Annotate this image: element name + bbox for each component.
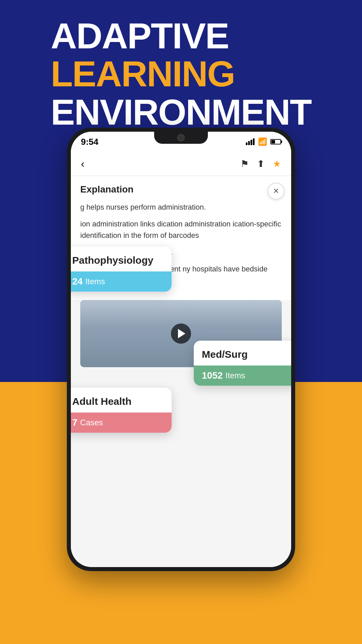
card-medsurg-badge: 1052 Items <box>194 366 291 386</box>
card-medsurg-title: Med/Surg <box>194 341 291 366</box>
card-pathophysiology[interactable]: Pathophysiology 24 Items <box>71 247 172 292</box>
wifi-icon: 📶 <box>258 137 267 146</box>
card-adult-health[interactable]: Adult Health 7 Cases <box>71 388 172 433</box>
star-icon[interactable]: ★ <box>273 158 281 169</box>
card-adult-health-badge: 7 Cases <box>71 413 172 433</box>
pathophysiology-count: 24 <box>72 276 83 287</box>
adult-health-label: Cases <box>80 418 103 427</box>
card-pathophysiology-title: Pathophysiology <box>71 247 172 271</box>
phone-outer: 9:54 📶 ‹ <box>67 128 295 571</box>
explanation-header: Explanation <box>80 184 282 195</box>
page-wrapper: ADAPTIVE LEARNING ENVIRONMENT 9:54 <box>0 0 362 644</box>
hero-line2: LEARNING <box>51 55 311 93</box>
pathophysiology-label: Items <box>85 277 105 286</box>
hero-title: ADAPTIVE LEARNING ENVIRONMENT <box>51 17 311 131</box>
notch-camera <box>177 134 185 141</box>
nav-bar: ‹ ⚑ ⬆ ★ <box>71 152 291 176</box>
content-text-1: g helps nurses perform administration. <box>80 202 282 213</box>
card-adult-health-title: Adult Health <box>71 388 172 413</box>
screen-content: Explanation ✕ g helps nurses perform adm… <box>71 176 291 567</box>
medsurg-label: Items <box>225 371 245 380</box>
close-button[interactable]: ✕ <box>268 183 284 200</box>
battery-icon <box>270 139 281 144</box>
hero-section: ADAPTIVE LEARNING ENVIRONMENT <box>0 0 362 141</box>
nav-actions: ⚑ ⬆ ★ <box>240 158 281 169</box>
phone-inner: 9:54 📶 ‹ <box>71 132 291 567</box>
status-time: 9:54 <box>81 137 98 147</box>
flag-icon[interactable]: ⚑ <box>240 158 249 169</box>
back-button[interactable]: ‹ <box>81 158 85 170</box>
signal-bars-icon <box>246 138 255 145</box>
card-medsurg[interactable]: Med/Surg 1052 Items <box>194 341 291 386</box>
card-pathophysiology-badge: 24 Items <box>71 271 172 292</box>
content-text-2: ion administration links dication admini… <box>80 218 282 241</box>
medsurg-count: 1052 <box>202 370 223 381</box>
share-icon[interactable]: ⬆ <box>257 158 265 169</box>
status-icons: 📶 <box>246 137 281 146</box>
hero-line3: ENVIRONMENT <box>51 93 311 131</box>
hero-line1: ADAPTIVE <box>51 17 311 55</box>
notch <box>154 132 208 144</box>
play-triangle-icon <box>178 329 185 338</box>
status-bar: 9:54 📶 <box>71 132 291 152</box>
adult-health-count: 7 <box>72 417 78 428</box>
battery-fill <box>271 140 275 143</box>
play-button[interactable] <box>171 324 191 344</box>
phone-container: 9:54 📶 ‹ <box>67 128 295 571</box>
